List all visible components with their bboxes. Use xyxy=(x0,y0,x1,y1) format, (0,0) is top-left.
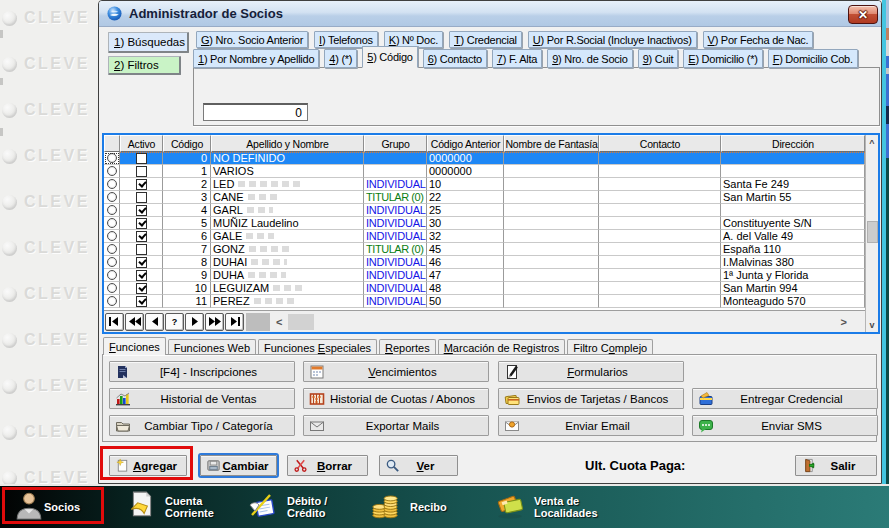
cell-apellido-y-nombre[interactable]: LED xyxy=(211,178,364,191)
vertical-scroll-thumb[interactable] xyxy=(867,221,878,243)
search-tab-9-nro-de-socio[interactable]: 9) Nro. de Socio xyxy=(547,49,633,68)
column-header-apellido-y-nombre[interactable]: Apellido y Nombre xyxy=(211,135,364,152)
cell-activo[interactable] xyxy=(120,191,163,204)
cell-codigo[interactable]: 0 xyxy=(163,152,211,165)
search-tab-e-domicilio-[interactable]: E) Domicilio (*) xyxy=(683,49,762,68)
cell-indicator[interactable] xyxy=(104,256,120,269)
cell-activo[interactable] xyxy=(120,217,163,230)
horizontal-scroll-thumb[interactable] xyxy=(288,314,314,330)
cell-contacto[interactable] xyxy=(599,282,721,295)
cell-grupo[interactable]: INDIVIDUAL xyxy=(364,217,427,230)
search-tab-1-por-nombre-y-apellido[interactable]: 1) Por Nombre y Apellido xyxy=(193,49,319,68)
cell-contacto[interactable] xyxy=(599,152,721,165)
row-select-radio[interactable] xyxy=(107,231,117,241)
cell-activo[interactable] xyxy=(120,282,163,295)
activo-checkbox-unchecked[interactable] xyxy=(136,192,147,203)
navigator-next-page-button[interactable] xyxy=(205,313,224,331)
activo-checkbox-unchecked[interactable] xyxy=(136,153,147,164)
cell-codigo-anterior[interactable]: 25 xyxy=(427,204,504,217)
taskbar-item-cuenta[interactable] xyxy=(127,486,157,528)
cell-direccion[interactable] xyxy=(721,152,865,165)
cell-apellido-y-nombre[interactable]: GONZ xyxy=(211,243,364,256)
cell-codigo-anterior[interactable]: 46 xyxy=(427,256,504,269)
row-select-radio[interactable] xyxy=(107,244,117,254)
envios-de-tarjetas-bancos-button[interactable]: Envios de Tarjetas / Bancos xyxy=(498,388,684,409)
entregar-credencial-button[interactable]: Entregar Credencial xyxy=(692,388,878,409)
cell-activo[interactable] xyxy=(120,204,163,217)
row-select-radio[interactable] xyxy=(107,166,117,176)
scroll-up-icon[interactable]: ^ xyxy=(866,137,878,149)
cell-direccion[interactable]: Constituyente S/N xyxy=(721,217,865,230)
cell-activo[interactable] xyxy=(120,178,163,191)
cell-codigo[interactable]: 1 xyxy=(163,165,211,178)
column-header-c-digo[interactable]: Código xyxy=(163,135,211,152)
grid-row-1[interactable]: 1VARIOS0000000 xyxy=(104,165,865,178)
cell-activo[interactable] xyxy=(120,256,163,269)
historial-de-cuotas-abonos-button[interactable]: Historial de Cuotas / Abonos xyxy=(303,388,489,409)
activo-checkbox-checked[interactable] xyxy=(136,257,147,268)
column-header-grupo[interactable]: Grupo xyxy=(364,135,427,152)
salir-button[interactable]: Salir xyxy=(795,455,877,476)
cell-contacto[interactable] xyxy=(599,204,721,217)
cell-apellido-y-nombre[interactable]: DUHA xyxy=(211,269,364,282)
exportar-mails-button[interactable]: Exportar Mails xyxy=(303,415,489,436)
grid-row-11[interactable]: 11PEREZINDIVIDUAL50Monteagudo 570 xyxy=(104,295,865,308)
cell-nombre-de-fantasia[interactable] xyxy=(504,295,599,308)
row-select-radio[interactable] xyxy=(107,283,117,293)
taskbar-label-cuenta[interactable]: Cuenta Corriente xyxy=(165,486,214,528)
codigo-search-input[interactable] xyxy=(203,103,308,121)
cell-codigo-anterior[interactable]: 48 xyxy=(427,282,504,295)
cell-activo[interactable] xyxy=(120,269,163,282)
navigator-prior-button[interactable] xyxy=(145,313,164,331)
search-tab-5-c-digo[interactable]: 5) Código xyxy=(362,46,417,68)
cell-contacto[interactable] xyxy=(599,217,721,230)
cell-apellido-y-nombre[interactable]: NO DEFINIDO xyxy=(211,152,364,165)
cell-contacto[interactable] xyxy=(599,295,721,308)
grid-row-8[interactable]: 8DUHAIINDIVIDUAL46I.Malvinas 380 xyxy=(104,256,865,269)
taskbar-label-d-bito-[interactable]: Débito / Crédito xyxy=(287,486,327,528)
row-select-radio[interactable] xyxy=(107,296,117,306)
grid-row-7[interactable]: 7GONZTITULAR (0)45España 110 xyxy=(104,243,865,256)
cell-codigo[interactable]: 6 xyxy=(163,230,211,243)
functions-tab-funciones-especiales[interactable]: Funciones Especiales xyxy=(258,339,377,355)
row-select-radio[interactable] xyxy=(107,153,117,163)
cell-apellido-y-nombre[interactable]: CANE xyxy=(211,191,364,204)
search-tab-7-f-alta[interactable]: 7) F. Alta xyxy=(492,49,542,68)
taskbar-item-venta-de[interactable] xyxy=(495,486,525,528)
activo-checkbox-checked[interactable] xyxy=(136,205,147,216)
search-tab-t-credencial[interactable]: T) Credencial xyxy=(449,31,522,48)
cell-codigo[interactable]: 7 xyxy=(163,243,211,256)
activo-checkbox-checked[interactable] xyxy=(136,296,147,307)
search-tab-v-por-fecha-de-nac-[interactable]: V) Por Fecha de Nac. xyxy=(703,31,814,48)
cell-grupo[interactable]: INDIVIDUAL xyxy=(364,295,427,308)
column-header-activo[interactable]: Activo xyxy=(120,135,163,152)
row-select-radio[interactable] xyxy=(107,218,117,228)
cell-codigo[interactable]: 5 xyxy=(163,217,211,230)
activo-checkbox-unchecked[interactable] xyxy=(136,166,147,177)
functions-tab-funciones-web[interactable]: Funciones Web xyxy=(168,339,256,355)
formularios-button[interactable]: Formularios xyxy=(498,361,684,382)
cell-apellido-y-nombre[interactable]: GALE xyxy=(211,230,364,243)
cell-grupo[interactable]: INDIVIDUAL xyxy=(364,230,427,243)
activo-checkbox-checked[interactable] xyxy=(136,179,147,190)
cell-indicator[interactable] xyxy=(104,243,120,256)
cell-codigo[interactable]: 4 xyxy=(163,204,211,217)
functions-tab-marcaci-n-de-registros[interactable]: Marcación de Registros xyxy=(438,339,566,355)
historial-de-ventas-button[interactable]: Historial de Ventas xyxy=(109,388,295,409)
search-tab-6-contacto[interactable]: 6) Contacto xyxy=(423,49,487,68)
cell-contacto[interactable] xyxy=(599,178,721,191)
ver-button[interactable]: Ver xyxy=(379,455,458,476)
cell-nombre-de-fantasia[interactable] xyxy=(504,165,599,178)
navigator-prior-page-button[interactable] xyxy=(125,313,144,331)
cell-indicator[interactable] xyxy=(104,191,120,204)
row-select-radio[interactable] xyxy=(107,179,117,189)
taskbar-item-recibo[interactable] xyxy=(370,486,400,528)
window-titlebar[interactable]: Administrador de Socios ✕ xyxy=(99,1,881,27)
cell-grupo[interactable] xyxy=(364,152,427,165)
cell-nombre-de-fantasia[interactable] xyxy=(504,178,599,191)
activo-checkbox-unchecked[interactable] xyxy=(136,244,147,255)
cell-direccion[interactable] xyxy=(721,204,865,217)
cell-contacto[interactable] xyxy=(599,230,721,243)
cell-nombre-de-fantasia[interactable] xyxy=(504,269,599,282)
navigator-help-button[interactable]: ? xyxy=(165,313,184,331)
